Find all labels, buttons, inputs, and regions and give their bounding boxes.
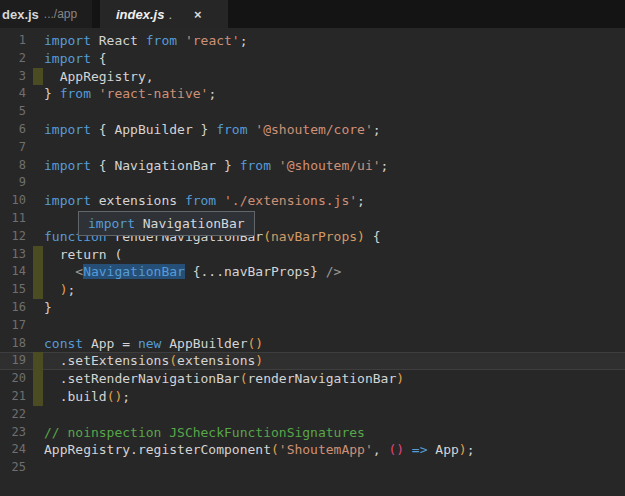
- line-number[interactable]: 18: [0, 335, 26, 353]
- code-text: .build();: [44, 388, 130, 406]
- line-number[interactable]: 2: [0, 50, 26, 68]
- active-tab-filename: index.js: [116, 7, 164, 22]
- line-number[interactable]: 20: [0, 370, 26, 388]
- changed-line-marker: [33, 370, 43, 388]
- line-number[interactable]: 10: [0, 192, 26, 210]
- code-line-25[interactable]: 25: [0, 459, 625, 477]
- code-text: AppRegistry,: [44, 68, 154, 86]
- code-line-3[interactable]: 3 AppRegistry,: [0, 68, 625, 86]
- code-area[interactable]: 1import React from 'react';2import {3 Ap…: [0, 28, 625, 496]
- tab-index-js-app[interactable]: dex.js .../app: [0, 0, 92, 28]
- code-text: } from 'react-native';: [44, 85, 216, 103]
- code-line-19[interactable]: 19 .setExtensions(extensions): [0, 352, 625, 370]
- code-line-5[interactable]: 5: [0, 103, 625, 121]
- code-line-23[interactable]: 23// noinspection JSCheckFunctionSignatu…: [0, 424, 625, 442]
- code-line-10[interactable]: 10import extensions from './extensions.j…: [0, 192, 625, 210]
- tab-index-js-active[interactable]: index.js . ×: [100, 0, 228, 28]
- code-text: // noinspection JSCheckFunctionSignature…: [44, 424, 365, 442]
- line-number[interactable]: 21: [0, 388, 26, 406]
- code-line-15[interactable]: 15 );: [0, 281, 625, 299]
- changed-line-marker: [33, 281, 43, 299]
- line-number[interactable]: 6: [0, 121, 26, 139]
- line-number[interactable]: 25: [0, 459, 26, 477]
- code-text: <NavigationBar {...navBarProps} />: [44, 263, 341, 281]
- line-number[interactable]: 3: [0, 68, 26, 86]
- code-text: import { AppBuilder } from '@shoutem/cor…: [44, 121, 381, 139]
- line-number[interactable]: 8: [0, 157, 26, 175]
- code-text: );: [44, 281, 75, 299]
- code-text: import {: [44, 50, 107, 68]
- close-tab-icon[interactable]: ×: [194, 7, 202, 22]
- code-line-4[interactable]: 4} from 'react-native';: [0, 85, 625, 103]
- code-text: .setRenderNavigationBar(renderNavigation…: [44, 370, 404, 388]
- code-line-13[interactable]: 13 return (: [0, 246, 625, 264]
- code-text: import { NavigationBar } from '@shoutem/…: [44, 157, 388, 175]
- code-line-1[interactable]: 1import React from 'react';: [0, 32, 625, 50]
- tooltip-keyword: import: [88, 216, 135, 231]
- code-text: }: [44, 299, 52, 317]
- line-number[interactable]: 14: [0, 263, 26, 281]
- line-number[interactable]: 15: [0, 281, 26, 299]
- line-number[interactable]: 16: [0, 299, 26, 317]
- line-number[interactable]: 24: [0, 441, 26, 459]
- line-number[interactable]: 11: [0, 210, 26, 228]
- line-number[interactable]: 22: [0, 406, 26, 424]
- line-number[interactable]: 12: [0, 228, 26, 246]
- code-line-8[interactable]: 8import { NavigationBar } from '@shoutem…: [0, 157, 625, 175]
- editor-window: dex.js .../app index.js . × 1import Reac…: [0, 0, 625, 496]
- code-line-14[interactable]: 14 <NavigationBar {...navBarProps} />: [0, 263, 625, 281]
- tab-path-hint: .../app: [44, 7, 77, 21]
- modified-dot-icon: .: [168, 7, 172, 22]
- line-number[interactable]: 4: [0, 85, 26, 103]
- line-number[interactable]: 23: [0, 424, 26, 442]
- line-number[interactable]: 17: [0, 317, 26, 335]
- code-text: return (: [44, 246, 122, 264]
- code-line-22[interactable]: 22: [0, 406, 625, 424]
- changed-line-marker: [33, 246, 43, 264]
- tab-filename: dex.js: [2, 7, 39, 22]
- code-line-7[interactable]: 7: [0, 139, 625, 157]
- line-number[interactable]: 19: [0, 352, 26, 370]
- code-text: .setExtensions(extensions): [44, 352, 263, 370]
- line-number[interactable]: 5: [0, 103, 26, 121]
- line-number[interactable]: 13: [0, 246, 26, 264]
- changed-line-marker: [33, 68, 43, 86]
- import-hint-tooltip: import NavigationBar: [78, 211, 255, 236]
- tab-bar: dex.js .../app index.js . ×: [0, 0, 625, 28]
- changed-line-marker: [33, 352, 43, 370]
- code-line-6[interactable]: 6import { AppBuilder } from '@shoutem/co…: [0, 121, 625, 139]
- code-line-16[interactable]: 16}: [0, 299, 625, 317]
- tooltip-symbol: NavigationBar: [135, 216, 245, 231]
- changed-line-marker: [33, 388, 43, 406]
- line-number[interactable]: 9: [0, 174, 26, 192]
- code-line-18[interactable]: 18const App = new AppBuilder(): [0, 335, 625, 353]
- code-line-2[interactable]: 2import {: [0, 50, 625, 68]
- line-number[interactable]: 7: [0, 139, 26, 157]
- changed-line-marker: [33, 263, 43, 281]
- code-text: import React from 'react';: [44, 32, 248, 50]
- code-text: import extensions from './extensions.js'…: [44, 192, 365, 210]
- code-line-24[interactable]: 24AppRegistry.registerComponent('Shoutem…: [0, 441, 625, 459]
- code-line-21[interactable]: 21 .build();: [0, 388, 625, 406]
- code-line-20[interactable]: 20 .setRenderNavigationBar(renderNavigat…: [0, 370, 625, 388]
- code-text: AppRegistry.registerComponent('ShoutemAp…: [44, 441, 475, 459]
- code-line-9[interactable]: 9: [0, 174, 625, 192]
- code-line-17[interactable]: 17: [0, 317, 625, 335]
- code-text: const App = new AppBuilder(): [44, 335, 263, 353]
- line-number[interactable]: 1: [0, 32, 26, 50]
